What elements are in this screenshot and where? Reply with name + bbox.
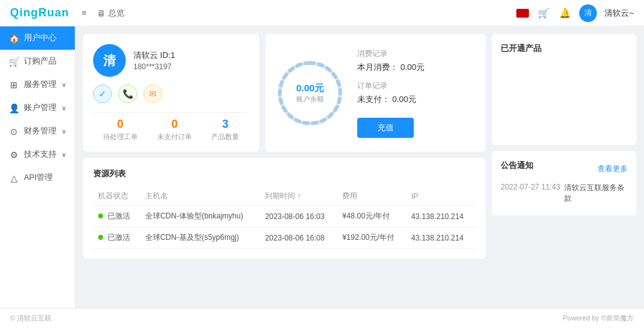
home-icon: 🏠 bbox=[9, 33, 19, 43]
layout: 🏠 用户中心 🛒 订购产品 ⊞ 服务管理 ∨ 👤 账户管理 ∨ ⊙ 财务管理 ∨… bbox=[0, 26, 644, 328]
grid-icon: ⊞ bbox=[9, 80, 19, 90]
main-content: 清 清软云 ID:1 180***3197 ✓ 📞 ✉ bbox=[75, 26, 644, 305]
announce-header: 公告通知 查看更多 bbox=[501, 160, 628, 178]
stat-num-tickets: 0 bbox=[103, 118, 138, 131]
status-label: 已激活 bbox=[108, 212, 130, 220]
user-icon: 👤 bbox=[9, 103, 19, 113]
sidebar-item-tech-support[interactable]: ⚙ 技术支持 ∨ bbox=[0, 143, 75, 166]
circle-text: 0.00元 账户余额 bbox=[296, 82, 324, 104]
footer: © 清软云互联 Powered by ©前简魔方 bbox=[0, 308, 644, 328]
user-name-header[interactable]: 清软云~ bbox=[604, 8, 634, 19]
chevron-icon: ∨ bbox=[62, 81, 66, 88]
support-icon: ⚙ bbox=[9, 150, 19, 160]
sidebar-item-service-mgmt[interactable]: ⊞ 服务管理 ∨ bbox=[0, 73, 75, 96]
resource-title: 资源列表 bbox=[93, 168, 475, 179]
cell-status: 已激活 bbox=[93, 227, 140, 249]
cell-expire: 2023-08-06 16:08 bbox=[260, 227, 337, 249]
email-btn[interactable]: ✉ bbox=[143, 84, 162, 103]
stat-num-products: 3 bbox=[211, 118, 239, 131]
stat-num-orders: 0 bbox=[157, 118, 192, 131]
sidebar-item-user-center[interactable]: 🏠 用户中心 bbox=[0, 26, 75, 50]
announce-title: 公告通知 bbox=[501, 160, 533, 171]
footer-left: © 清软云互联 bbox=[10, 314, 52, 323]
stats-row: 0 待处理工单 0 未支付订单 3 产品数量 bbox=[93, 112, 249, 142]
recharge-button[interactable]: 充值 bbox=[357, 118, 414, 138]
list-item[interactable]: 2022-07-27 11:43 清软云互联服务条款 bbox=[501, 183, 628, 204]
resource-table: 机器状态 主机名 到期时间 ↑ 费用 IP 已激活 全球CDN-体验型(bnka… bbox=[93, 187, 475, 249]
chevron-icon3: ∨ bbox=[62, 128, 66, 135]
cell-fee: ¥192.00元/年付 bbox=[337, 227, 406, 249]
user-avatar-header[interactable]: 清 bbox=[579, 4, 597, 22]
cell-hostname: 全球CDN-基及型(s5yp6mgj) bbox=[140, 227, 260, 249]
nav-overview[interactable]: 🖥 总览 bbox=[97, 8, 125, 19]
cell-expire: 2023-08-06 16:03 bbox=[260, 206, 337, 227]
table-row: 已激活 全球CDN-体验型(bnkajmyhu) 2023-08-06 16:0… bbox=[93, 206, 475, 227]
user-avatar-big: 清 bbox=[93, 44, 126, 77]
col-hostname: 主机名 bbox=[140, 187, 260, 206]
user-info-card: 清 清软云 ID:1 180***3197 ✓ 📞 ✉ bbox=[83, 34, 259, 152]
cell-hostname: 全球CDN-体验型(bnkajmyhu) bbox=[140, 206, 260, 227]
top-row: 清 清软云 ID:1 180***3197 ✓ 📞 ✉ bbox=[83, 34, 486, 152]
balance-circle: 0.00元 账户余额 bbox=[275, 59, 345, 128]
stat-unpaid-orders: 0 未支付订单 bbox=[157, 118, 192, 142]
order-title: 订单记录 bbox=[357, 81, 475, 91]
sidebar: 🏠 用户中心 🛒 订购产品 ⊞ 服务管理 ∨ 👤 账户管理 ∨ ⊙ 财务管理 ∨… bbox=[0, 26, 75, 328]
cart-icon[interactable]: 🛒 bbox=[536, 6, 550, 20]
resource-card: 资源列表 机器状态 主机名 到期时间 ↑ 费用 IP bbox=[83, 158, 486, 259]
chevron-icon2: ∨ bbox=[62, 105, 66, 111]
cell-ip: 43.138.210.214 bbox=[406, 206, 475, 227]
left-content: 清 清软云 ID:1 180***3197 ✓ 📞 ✉ bbox=[83, 34, 486, 298]
col-expire: 到期时间 ↑ bbox=[260, 187, 337, 206]
sidebar-item-account-mgmt[interactable]: 👤 账户管理 ∨ bbox=[0, 96, 75, 120]
activated-products-title: 已开通产品 bbox=[501, 43, 628, 54]
consumption-section: 消费记录 本月消费： 0.00元 bbox=[357, 48, 475, 73]
announce-date: 2022-07-27 11:43 bbox=[501, 183, 560, 204]
order-section: 订单记录 未支付： 0.00元 bbox=[357, 81, 475, 105]
logo: QingRuan bbox=[10, 6, 69, 20]
cell-status: 已激活 bbox=[93, 206, 140, 227]
verify-btn[interactable]: ✓ bbox=[93, 84, 112, 103]
sidebar-item-api-mgmt[interactable]: △ API管理 bbox=[0, 166, 75, 189]
status-dot bbox=[98, 235, 103, 240]
announce-more[interactable]: 查看更多 bbox=[597, 164, 628, 174]
stat-product-count: 3 产品数量 bbox=[211, 118, 239, 142]
user-info-text: 清软云 ID:1 180***3197 bbox=[133, 50, 249, 71]
nav-menu-icon[interactable]: ≡ bbox=[82, 8, 87, 18]
phone-btn[interactable]: 📞 bbox=[118, 84, 137, 103]
stat-label-products: 产品数量 bbox=[211, 132, 239, 142]
activated-products-content bbox=[501, 60, 628, 136]
col-ip: IP bbox=[406, 187, 475, 206]
user-info-top: 清 清软云 ID:1 180***3197 bbox=[93, 44, 249, 77]
cart-icon-sidebar: 🛒 bbox=[9, 57, 19, 67]
balance-amount-circle: 0.00元 bbox=[296, 82, 324, 94]
api-icon: △ bbox=[9, 173, 19, 183]
user-id: 清软云 ID:1 bbox=[133, 50, 249, 61]
language-flag[interactable] bbox=[516, 9, 529, 18]
announcements-card: 公告通知 查看更多 2022-07-27 11:43 清软云互联服务条款 bbox=[492, 151, 636, 215]
status-label: 已激活 bbox=[108, 233, 130, 242]
announce-list: 2022-07-27 11:43 清软云互联服务条款 bbox=[501, 183, 628, 204]
content-with-right: 清 清软云 ID:1 180***3197 ✓ 📞 ✉ bbox=[83, 34, 636, 298]
cell-ip: 43.138.210.214 bbox=[406, 227, 475, 249]
monthly-consumption: 本月消费： 0.00元 bbox=[357, 62, 475, 73]
chevron-icon4: ∨ bbox=[62, 151, 66, 158]
user-actions: ✓ 📞 ✉ bbox=[93, 84, 249, 103]
cell-fee: ¥48.00元/年付 bbox=[337, 206, 406, 227]
finance-icon: ⊙ bbox=[9, 127, 19, 137]
announce-content: 清软云互联服务条款 bbox=[564, 183, 628, 204]
header-right: 🛒 🔔 清 清软云~ bbox=[516, 4, 634, 22]
balance-info: 消费记录 本月消费： 0.00元 订单记录 未支付： 0.00 bbox=[357, 48, 475, 138]
stat-pending-tickets: 0 待处理工单 bbox=[103, 118, 138, 142]
header: QingRuan ≡ 🖥 总览 🛒 🔔 清 清软云~ bbox=[0, 0, 644, 26]
bell-icon[interactable]: 🔔 bbox=[558, 6, 572, 20]
header-nav: ≡ 🖥 总览 bbox=[82, 8, 516, 19]
col-fee: 费用 bbox=[337, 187, 406, 206]
sidebar-item-order-product[interactable]: 🛒 订购产品 bbox=[0, 50, 75, 73]
col-status: 机器状态 bbox=[93, 187, 140, 206]
right-panel: 已开通产品 公告通知 查看更多 2022-07-27 11:43 清软云互联服务… bbox=[492, 34, 636, 298]
balance-label-circle: 账户余额 bbox=[296, 94, 324, 104]
footer-right: Powered by ©前简魔方 bbox=[563, 314, 634, 323]
user-phone: 180***3197 bbox=[133, 62, 249, 71]
balance-card: 0.00元 账户余额 消费记录 本月消费： 0.00元 bbox=[265, 34, 486, 152]
sidebar-item-finance-mgmt[interactable]: ⊙ 财务管理 ∨ bbox=[0, 120, 75, 143]
